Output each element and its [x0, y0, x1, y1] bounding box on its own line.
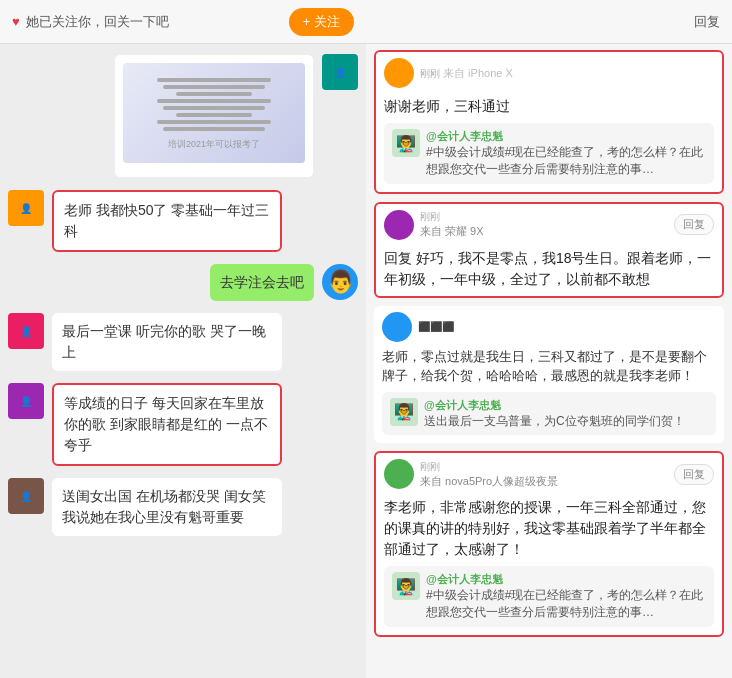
- user-icon: 👤: [20, 491, 32, 502]
- nested-username: @会计人李忠魁: [426, 572, 706, 587]
- comment-reply-button[interactable]: 回复: [674, 214, 714, 235]
- document-card[interactable]: 培训2021年可以报考了: [114, 54, 314, 178]
- comment-meta: ⬛⬛⬛: [418, 321, 454, 332]
- comment-block: 刚刚 来自 iPhone X 谢谢老师，三科通过 👨‍🏫 @会计人李忠魁 #中级…: [374, 50, 724, 194]
- user-icon: 👤: [20, 396, 32, 407]
- comment-device: 来自 荣耀 9X: [420, 224, 484, 239]
- avatar: 👤: [8, 313, 44, 349]
- follow-notification: ♥ 她已关注你，回关一下吧: [12, 13, 169, 31]
- message-bubble: 最后一堂课 听完你的歌 哭了一晚上: [52, 313, 282, 371]
- comment-header: ⬛⬛⬛: [374, 306, 724, 342]
- nested-username: @会计人李忠魁: [426, 129, 706, 144]
- comment-meta: 刚刚 来自 荣耀 9X: [420, 210, 484, 239]
- comment-header: 刚刚 来自 nova5Pro人像超级夜景 回复: [376, 453, 722, 489]
- message-bubble: 去学注会去吧: [210, 264, 314, 301]
- message-row: 👤 等成绩的日子 每天回家在车里放你的歌 到家眼睛都是红的 一点不夸乎: [8, 383, 358, 466]
- avatar: 👤: [322, 54, 358, 90]
- comment-time: 刚刚: [420, 460, 558, 474]
- heart-icon: ♥: [12, 14, 20, 29]
- avatar: 👤: [8, 190, 44, 226]
- nested-content: @会计人李忠魁 #中级会计成绩#现在已经能查了，考的怎么样？在此想跟您交代一些查…: [426, 129, 706, 178]
- reply-top-button[interactable]: 回复: [694, 13, 720, 31]
- user-icon: 👤: [334, 67, 346, 78]
- message-bubble: 老师 我都快50了 零基础一年过三科: [52, 190, 282, 252]
- nested-reply: 👨‍🏫 @会计人李忠魁 #中级会计成绩#现在已经能查了，考的怎么样？在此想跟您交…: [384, 123, 714, 184]
- left-panel: ♥ 她已关注你，回关一下吧 + 关注 👤: [0, 0, 366, 678]
- teacher-icon: 👨: [327, 269, 354, 295]
- comment-main-text: 老师，零点过就是我生日，三科又都过了，是不是要翻个牌子，给我个贺，哈哈哈哈，最感…: [374, 342, 724, 392]
- message-bubble: 等成绩的日子 每天回家在车里放你的歌 到家眼睛都是红的 一点不夸乎: [52, 383, 282, 466]
- doc-footer-text: 培训2021年可以报考了: [168, 138, 260, 151]
- message-bubble: 送闺女出国 在机场都没哭 闺女笑我说她在我心里没有魁哥重要: [52, 478, 282, 536]
- message-row: 👨 去学注会去吧: [8, 264, 358, 301]
- message-row: 👤 最后一堂课 听完你的歌 哭了一晚上: [8, 313, 358, 371]
- nested-content: @会计人李忠魁 送出最后一支乌普量，为C位夺魁班的同学们贺！: [424, 398, 708, 430]
- comment-avatar: [384, 459, 414, 489]
- nested-avatar: 👨‍🏫: [392, 572, 420, 600]
- chat-area: 👤 培训2021年可以报考了: [0, 44, 366, 678]
- nested-username: @会计人李忠魁: [424, 398, 708, 413]
- comment-main-text: 回复 好巧，我不是零点，我18号生日。跟着老师，一年初级，一年中级，全过了，以前…: [376, 240, 722, 296]
- time-label: 刚刚: [420, 68, 440, 79]
- doc-line: [163, 127, 265, 131]
- message-row: 👤 老师 我都快50了 零基础一年过三科: [8, 190, 358, 252]
- comment-block: 刚刚 来自 荣耀 9X 回复 回复 好巧，我不是零点，我18号生日。跟着老师，一…: [374, 202, 724, 298]
- comment-reply-button[interactable]: 回复: [674, 464, 714, 485]
- doc-line: [163, 85, 265, 89]
- comment-header: 刚刚 来自 iPhone X: [376, 52, 722, 88]
- comment-avatar: [384, 58, 414, 88]
- comment-username: ⬛⬛⬛: [418, 321, 454, 332]
- user-icon: 👤: [20, 203, 32, 214]
- comment-avatar: [384, 210, 414, 240]
- doc-line: [157, 120, 272, 124]
- right-panel: 回复 刚刚 来自 iPhone X 谢谢老师，三科通过 👨‍🏫 @: [366, 0, 732, 678]
- doc-lines: [150, 75, 277, 134]
- nested-avatar: 👨‍🏫: [390, 398, 418, 426]
- avatar: 👨: [322, 264, 358, 300]
- doc-line: [176, 92, 252, 96]
- teacher-avatar-icon: 👨‍🏫: [394, 402, 414, 421]
- left-header: ♥ 她已关注你，回关一下吧 + 关注: [0, 0, 366, 44]
- comment-block: ⬛⬛⬛ 老师，零点过就是我生日，三科又都过了，是不是要翻个牌子，给我个贺，哈哈哈…: [374, 306, 724, 444]
- comment-avatar: [382, 312, 412, 342]
- doc-line: [157, 78, 272, 82]
- user-icon: 👤: [20, 326, 32, 337]
- comment-main-text: 李老师，非常感谢您的授课，一年三科全部通过，您的课真的讲的特别好，我这零基础跟着…: [376, 489, 722, 566]
- comments-area: 刚刚 来自 iPhone X 谢谢老师，三科通过 👨‍🏫 @会计人李忠魁 #中级…: [366, 44, 732, 678]
- nested-content: @会计人李忠魁 #中级会计成绩#现在已经能查了，考的怎么样？在此想跟您交代一些查…: [426, 572, 706, 621]
- message-row: 👤 培训2021年可以报考了: [8, 54, 358, 178]
- doc-line: [163, 106, 265, 110]
- comment-time: 刚刚: [420, 210, 484, 224]
- right-header: 回复: [366, 0, 732, 44]
- message-row: 👤 送闺女出国 在机场都没哭 闺女笑我说她在我心里没有魁哥重要: [8, 478, 358, 536]
- nested-text: #中级会计成绩#现在已经能查了，考的怎么样？在此想跟您交代一些查分后需要特别注意…: [426, 144, 706, 178]
- doc-line: [176, 113, 252, 117]
- nested-text: #中级会计成绩#现在已经能查了，考的怎么样？在此想跟您交代一些查分后需要特别注意…: [426, 587, 706, 621]
- document-preview: 培训2021年可以报考了: [123, 63, 305, 163]
- comment-meta: 刚刚 来自 iPhone X: [420, 66, 513, 81]
- comment-username: 刚刚 来自 iPhone X: [420, 66, 513, 81]
- comment-device: 来自 nova5Pro人像超级夜景: [420, 474, 558, 489]
- teacher-avatar-icon: 👨‍🏫: [396, 577, 416, 596]
- teacher-avatar-icon: 👨‍🏫: [396, 134, 416, 153]
- comment-main-text: 谢谢老师，三科通过: [376, 88, 722, 123]
- comment-meta: 刚刚 来自 nova5Pro人像超级夜景: [420, 460, 558, 489]
- avatar: 👤: [8, 478, 44, 514]
- nested-reply: 👨‍🏫 @会计人李忠魁 送出最后一支乌普量，为C位夺魁班的同学们贺！: [382, 392, 716, 436]
- comment-block: 刚刚 来自 nova5Pro人像超级夜景 回复 李老师，非常感谢您的授课，一年三…: [374, 451, 724, 637]
- comment-header: 刚刚 来自 荣耀 9X 回复: [376, 204, 722, 240]
- nested-text: 送出最后一支乌普量，为C位夺魁班的同学们贺！: [424, 413, 708, 430]
- doc-line: [157, 99, 272, 103]
- nested-avatar: 👨‍🏫: [392, 129, 420, 157]
- follow-button[interactable]: + 关注: [289, 8, 354, 36]
- avatar: 👤: [8, 383, 44, 419]
- nested-reply: 👨‍🏫 @会计人李忠魁 #中级会计成绩#现在已经能查了，考的怎么样？在此想跟您交…: [384, 566, 714, 627]
